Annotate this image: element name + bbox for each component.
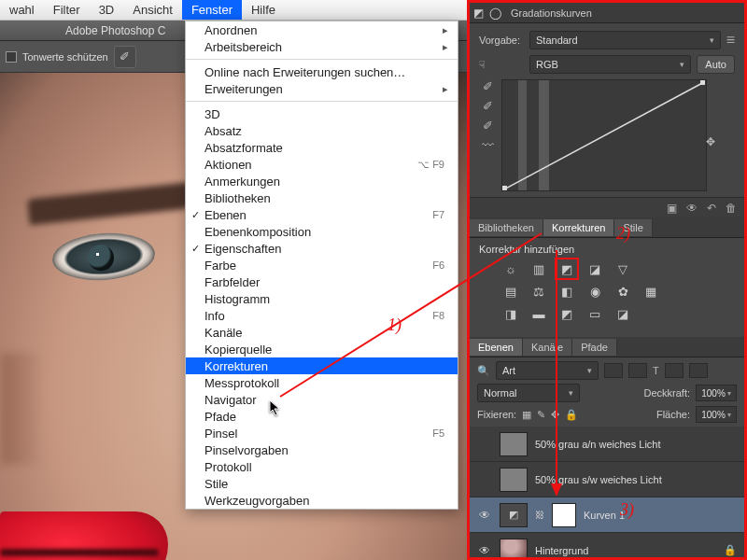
exposure-icon[interactable]: ◪ bbox=[585, 260, 604, 277]
tab-ebenen[interactable]: Ebenen bbox=[470, 339, 523, 356]
threshold-icon[interactable]: ◩ bbox=[557, 305, 576, 322]
posterize-icon[interactable]: ▬ bbox=[529, 305, 548, 322]
menuitem-kopierquelle[interactable]: Kopierquelle bbox=[186, 341, 458, 357]
menuitem-ebenen[interactable]: EbenenF7 bbox=[186, 206, 458, 223]
preset-select[interactable]: Standard bbox=[529, 31, 721, 49]
curve-graph[interactable]: ✥ bbox=[501, 79, 707, 191]
menuitem-pinsel[interactable]: PinselF5 bbox=[186, 425, 458, 441]
menu-hilfe[interactable]: Hilfe bbox=[242, 0, 285, 20]
vibrance-icon[interactable]: ▽ bbox=[613, 260, 632, 277]
color-balance-icon[interactable]: ⚖ bbox=[529, 283, 548, 300]
layer-thumb[interactable] bbox=[500, 432, 528, 456]
layer-thumb[interactable] bbox=[500, 539, 528, 558]
menuitem-online-nach-erweiterungen-suchen-[interactable]: Online nach Erweiterungen suchen… bbox=[186, 63, 458, 80]
lut-icon[interactable]: ▦ bbox=[641, 283, 660, 300]
menuitem-messprotokoll[interactable]: Messprotokoll bbox=[186, 374, 458, 391]
opacity-input[interactable]: 100% bbox=[696, 385, 737, 401]
move-grip-icon[interactable]: ✥ bbox=[706, 135, 715, 148]
menu-wahl[interactable]: wahl bbox=[0, 0, 44, 20]
menuitem-histogramm[interactable]: Histogramm bbox=[186, 290, 458, 307]
tab-bibliotheken[interactable]: Bibliotheken bbox=[470, 219, 543, 236]
eyedropper-white-icon[interactable]: ✐ bbox=[483, 119, 493, 133]
menuitem-kan-le[interactable]: Kanäle bbox=[186, 324, 458, 341]
lock-transparency-icon[interactable]: ▦ bbox=[522, 409, 531, 421]
lock-pixels-icon[interactable]: ✎ bbox=[537, 409, 545, 421]
layer-row[interactable]: 👁Hintergrund🔒 bbox=[470, 533, 744, 557]
layer-row[interactable]: 50% grau a/n weiches Licht bbox=[470, 427, 744, 462]
menu-3d[interactable]: 3D bbox=[90, 0, 124, 20]
tab-korrekturen[interactable]: Korrekturen bbox=[543, 219, 614, 236]
menuitem-info[interactable]: InfoF8 bbox=[186, 307, 458, 324]
filter-type-icon[interactable]: T bbox=[653, 365, 659, 376]
channel-mixer-icon[interactable]: ✿ bbox=[613, 283, 632, 300]
layer-row[interactable]: 👁◩⛓Kurven 1 bbox=[470, 497, 744, 533]
lock-all-icon[interactable]: 🔒 bbox=[565, 409, 578, 421]
layer-visibility-icon[interactable]: 👁 bbox=[477, 544, 492, 557]
layer-name[interactable]: Hintergrund bbox=[535, 545, 588, 556]
auto-button[interactable]: Auto bbox=[697, 55, 735, 74]
layer-row[interactable]: 50% grau s/w weiches Licht bbox=[470, 462, 744, 497]
layer-mask-thumb[interactable] bbox=[552, 503, 576, 527]
selective-color-icon[interactable]: ◪ bbox=[613, 305, 632, 322]
eyedropper-gray-icon[interactable]: ✐ bbox=[483, 99, 493, 113]
photo-filter-icon[interactable]: ◉ bbox=[585, 283, 604, 300]
menuitem-anmerkungen[interactable]: Anmerkungen bbox=[186, 173, 458, 189]
menuitem-erweiterungen[interactable]: Erweiterungen bbox=[186, 80, 458, 97]
menuitem-aktionen[interactable]: Aktionen⌥ F9 bbox=[186, 156, 458, 173]
menuitem-werkzeugvorgaben[interactable]: Werkzeugvorgaben bbox=[186, 492, 458, 509]
layer-filter-select[interactable]: Art bbox=[496, 361, 599, 380]
filter-shape-icon[interactable] bbox=[665, 363, 684, 378]
menuitem-anordnen[interactable]: Anordnen bbox=[186, 21, 458, 38]
finger-tool-icon[interactable]: ☟ bbox=[479, 59, 524, 71]
menuitem-absatzformate[interactable]: Absatzformate bbox=[186, 139, 458, 156]
invert-icon[interactable]: ◨ bbox=[501, 305, 520, 322]
channel-select[interactable]: RGB bbox=[529, 55, 691, 74]
tab-pfade[interactable]: Pfade bbox=[572, 339, 617, 356]
menuitem-bibliotheken[interactable]: Bibliotheken bbox=[186, 189, 458, 206]
menuitem-pfade[interactable]: Pfade bbox=[186, 408, 458, 425]
menu-filter[interactable]: Filter bbox=[44, 0, 90, 20]
menuitem-absatz[interactable]: Absatz bbox=[186, 122, 458, 139]
filter-adjust-icon[interactable] bbox=[628, 363, 647, 378]
layer-name[interactable]: Kurven 1 bbox=[584, 510, 625, 521]
layer-filter-icon[interactable]: 🔍 bbox=[477, 365, 490, 377]
tab-stile[interactable]: Stile bbox=[614, 219, 652, 236]
tab-kanaele[interactable]: Kanäle bbox=[523, 339, 572, 356]
menuitem-ebenenkomposition[interactable]: Ebenenkomposition bbox=[186, 223, 458, 240]
filter-pixel-icon[interactable] bbox=[604, 363, 623, 378]
levels-icon[interactable]: ▥ bbox=[529, 260, 548, 277]
menuitem-pinselvorgaben[interactable]: Pinselvorgaben bbox=[186, 441, 458, 458]
menuitem-korrekturen[interactable]: Korrekturen bbox=[186, 357, 458, 374]
menuitem-eigenschaften[interactable]: Eigenschaften bbox=[186, 240, 458, 257]
curve-edit-icon[interactable]: 〰 bbox=[482, 138, 494, 152]
layer-link-icon[interactable]: ⛓ bbox=[535, 510, 544, 520]
menuitem-3d[interactable]: 3D bbox=[186, 105, 458, 122]
menuitem-protokoll[interactable]: Protokoll bbox=[186, 458, 458, 475]
layer-list[interactable]: 50% grau a/n weiches Licht50% grau s/w w… bbox=[470, 427, 744, 557]
menuitem-navigator[interactable]: Navigator bbox=[186, 391, 458, 408]
menu-ansicht[interactable]: Ansicht bbox=[123, 0, 182, 20]
eyedropper-black-icon[interactable]: ✐ bbox=[483, 79, 493, 93]
layer-name[interactable]: 50% grau s/w weiches Licht bbox=[535, 474, 662, 485]
blend-mode-select[interactable]: Normal bbox=[477, 384, 580, 402]
layer-name[interactable]: 50% grau a/n weiches Licht bbox=[535, 439, 661, 450]
hue-icon[interactable]: ▤ bbox=[501, 283, 520, 300]
panel-menu-icon[interactable]: ≡ bbox=[726, 32, 735, 49]
clip-to-layer-icon[interactable]: ▣ bbox=[667, 202, 677, 215]
toggle-visibility-icon[interactable]: 👁 bbox=[686, 202, 698, 215]
menuitem-arbeitsbereich[interactable]: Arbeitsbereich bbox=[186, 38, 458, 55]
menuitem-farbe[interactable]: FarbeF6 bbox=[186, 257, 458, 273]
gradient-map-icon[interactable]: ▭ bbox=[585, 305, 604, 322]
fill-input[interactable]: 100% bbox=[696, 406, 737, 423]
reset-icon[interactable]: ↶ bbox=[707, 202, 716, 215]
curves-icon[interactable]: ◩ bbox=[557, 260, 576, 277]
lock-position-icon[interactable]: ✥ bbox=[551, 409, 559, 421]
brush-settings-icon[interactable]: ✐ bbox=[114, 46, 136, 68]
menuitem-farbfelder[interactable]: Farbfelder bbox=[186, 273, 458, 290]
brightness-icon[interactable]: ☼ bbox=[501, 260, 520, 277]
filter-smart-icon[interactable] bbox=[689, 363, 708, 378]
protect-tones-checkbox[interactable] bbox=[6, 51, 17, 63]
layer-thumb[interactable] bbox=[500, 468, 528, 492]
bw-icon[interactable]: ◧ bbox=[557, 283, 576, 300]
menu-fenster[interactable]: Fenster bbox=[182, 0, 242, 20]
